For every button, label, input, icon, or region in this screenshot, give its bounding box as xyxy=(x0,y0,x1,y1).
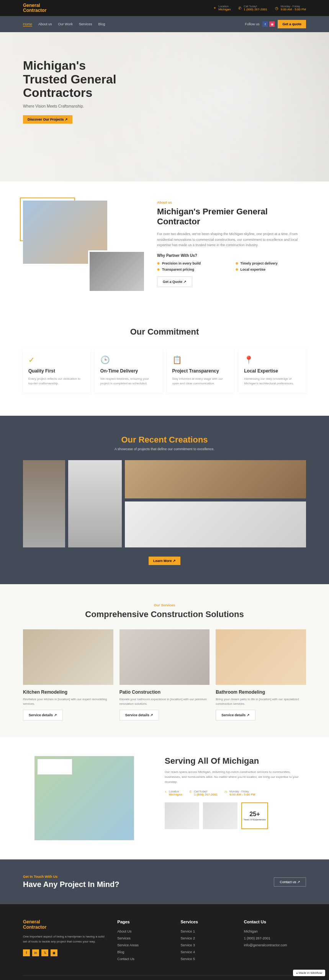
nav-home[interactable]: Home xyxy=(23,22,32,26)
linkedin-icon[interactable]: in xyxy=(32,949,39,956)
commitment-section: Our Commitment ✓Quality FirstEvery proje… xyxy=(0,312,329,416)
nav-about[interactable]: About us xyxy=(38,22,52,26)
service-title: Kitchen Remodeling xyxy=(23,689,113,695)
social-icons: f ◉ xyxy=(262,21,275,27)
nav-blog[interactable]: Blog xyxy=(98,22,105,26)
location-label: Location xyxy=(218,5,231,8)
service-bathroom: Bathroom Remodeling Bring your dream pat… xyxy=(216,629,306,718)
get-quote-button[interactable]: Get a quote xyxy=(278,20,306,28)
clock-icon: 🕒 xyxy=(100,355,157,364)
thumb-2 xyxy=(203,802,237,829)
service-title: Bathroom Remodeling xyxy=(216,689,306,695)
service-kitchen: Kitchen Remodeling Revitalize your kitch… xyxy=(23,629,113,718)
gallery-image-4[interactable] xyxy=(125,501,306,547)
footer-contact-email[interactable]: info@generalcontractor.com xyxy=(244,943,306,947)
footer-link[interactable]: Service Areas xyxy=(117,943,169,947)
card-title: Quality First xyxy=(28,368,85,374)
clock-icon: ◷ xyxy=(224,790,227,796)
nav-links: Home About us Our Work Services Blog xyxy=(23,22,105,26)
gallery-image-3[interactable] xyxy=(125,460,306,498)
service-image xyxy=(216,629,306,685)
serving-info: ⌖LocationMichigan ✆Call Today!1 (800) 26… xyxy=(165,790,306,796)
card-local: 📍Local ExpertiseHarnessing our deep know… xyxy=(239,348,306,393)
cta-tag: Get In Touch With Us xyxy=(23,875,119,879)
webflow-badge[interactable]: ⬥ Made in Webflow xyxy=(293,970,325,976)
quality-icon: ✓ xyxy=(28,355,85,364)
hours-label: Monday - Friday xyxy=(281,5,306,8)
cta-title: Have Any Project In Mind? xyxy=(23,880,119,889)
phone-icon: ✆ xyxy=(238,6,241,10)
hours-value: 9:00 AM - 5:00 PM xyxy=(281,8,306,11)
topbar-call[interactable]: ✆ Call Today!1 (800) 267-2001 xyxy=(238,5,267,11)
service-details-button[interactable]: Service details ↗ xyxy=(119,710,159,720)
about-quote-button[interactable]: Get a Quote ↗ xyxy=(157,276,192,287)
commitment-title: Our Commitment xyxy=(23,327,306,337)
about-section: About us Michigan's Premier General Cont… xyxy=(0,181,329,312)
contact-us-button[interactable]: Contact us ↗ xyxy=(274,877,306,887)
footer-link[interactable]: Blog xyxy=(117,950,169,954)
facebook-icon[interactable]: f xyxy=(23,949,30,956)
service-body: Revitalize your kitchen in [location] wi… xyxy=(23,697,113,706)
footer-about: General Contractor One important aspect … xyxy=(23,920,106,964)
hero: Michigan's Trusted General Contractors W… xyxy=(0,32,329,181)
hero-title-1: Michigan's xyxy=(23,59,86,72)
services-grid: Kitchen Remodeling Revitalize your kitch… xyxy=(23,629,306,718)
nav-work[interactable]: Our Work xyxy=(58,22,73,26)
gallery-image-1[interactable] xyxy=(23,460,65,547)
footer-col-title: Pages xyxy=(117,920,169,924)
recent-subtitle: A showcase of projects that define our c… xyxy=(23,447,306,451)
recent-section: Our Recent Creations A showcase of proje… xyxy=(0,416,329,584)
gallery-image-2[interactable] xyxy=(68,460,122,547)
footer-link[interactable]: Service 2 xyxy=(181,936,232,940)
footer-link[interactable]: Service 5 xyxy=(181,957,232,961)
footer-link[interactable]: About Us xyxy=(117,929,169,933)
info-location: ⌖LocationMichigan xyxy=(165,790,182,796)
service-details-button[interactable]: Service details ↗ xyxy=(23,710,63,720)
bullet-timely: Timely project delivery xyxy=(236,261,306,265)
footer-col-title: Contact Us xyxy=(244,920,306,924)
card-ontime: 🕒On-Time DeliveryWe respect timelines, e… xyxy=(95,348,162,393)
learn-more-button[interactable]: Learn More ↗ xyxy=(149,557,180,565)
recent-title: Our Recent Creations xyxy=(23,435,306,445)
footer-link[interactable]: Service 3 xyxy=(181,943,232,947)
footer-link[interactable]: Services xyxy=(117,936,169,940)
pin-icon: 📍 xyxy=(244,355,301,364)
footer-bottom: Copyright © 2023 General Contractor. All… xyxy=(23,975,306,980)
location-icon: ⌖ xyxy=(165,790,167,796)
footer-link[interactable]: Service 1 xyxy=(181,929,232,933)
topbar-hours: ◷ Monday - Friday9:00 AM - 5:00 PM xyxy=(275,5,306,11)
phone-icon: ✆ xyxy=(189,790,192,796)
footer-link[interactable]: Service 4 xyxy=(181,950,232,954)
footer-about-text: One important aspect of being a handyman… xyxy=(23,934,106,944)
facebook-icon[interactable]: f xyxy=(262,21,268,27)
hero-title-2: Trusted General xyxy=(23,72,116,86)
info-call[interactable]: ✆Call Today!1 (800) 267-2001 xyxy=(189,790,218,796)
twitter-icon[interactable]: 𝕏 xyxy=(41,949,48,956)
instagram-icon[interactable]: ◉ xyxy=(51,949,57,956)
nav-right: Follow us f ◉ Get a quote xyxy=(245,20,306,28)
exp-number: 25+ xyxy=(249,811,260,818)
footer-logo[interactable]: General Contractor xyxy=(23,920,106,929)
map[interactable] xyxy=(34,756,134,840)
discover-projects-button[interactable]: Discover Our Projects ↗ xyxy=(23,115,72,124)
services-tag: Our Services xyxy=(23,603,306,607)
footer-link[interactable]: Contact Us xyxy=(117,957,169,961)
about-image-2 xyxy=(88,250,146,292)
footer-contact-phone[interactable]: 1 (800) 267-2001 xyxy=(244,936,306,940)
nav-services[interactable]: Services xyxy=(79,22,92,26)
bullet-expertise: Local expertise xyxy=(236,268,306,271)
topbar-location: ⌖ LocationMichigan xyxy=(214,5,231,11)
card-body: Stay informed at every stage with our op… xyxy=(172,377,229,386)
map-wrapper xyxy=(23,756,153,840)
logo[interactable]: General Contractor xyxy=(23,3,46,13)
service-body: Bring your dream patio to life in [locat… xyxy=(216,697,306,706)
bullet-precision: Precision in every build xyxy=(157,261,228,265)
instagram-icon[interactable]: ◉ xyxy=(269,21,275,27)
bullet-pricing: Transparent pricing xyxy=(157,268,228,271)
clipboard-icon: 📋 xyxy=(172,355,229,364)
call-label: Call Today! xyxy=(244,5,267,8)
service-details-button[interactable]: Service details ↗ xyxy=(216,710,255,720)
cta-section: Get In Touch With Us Have Any Project In… xyxy=(0,859,329,904)
hero-title-3: Contractors xyxy=(23,86,92,100)
commitment-cards: ✓Quality FirstEvery project reflects our… xyxy=(23,348,306,393)
